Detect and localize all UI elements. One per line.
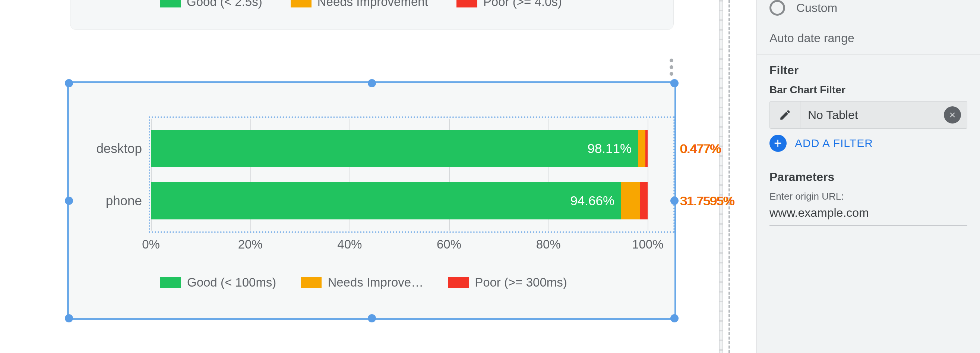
resize-handle-nw[interactable] [65, 79, 73, 87]
legend-label: Good (< 2.5s) [187, 0, 262, 9]
canvas-ruler [719, 0, 723, 353]
upper-chart-card-partial: Good (< 2.5s) Needs Improvement Poor (>=… [70, 0, 674, 30]
selection-frame[interactable] [67, 81, 676, 320]
swatch-good [160, 0, 181, 8]
chart-more-button[interactable] [663, 56, 680, 78]
radio-label: Custom [796, 1, 837, 15]
filter-subheading: Bar Chart Filter [770, 84, 967, 96]
resize-handle-sw[interactable] [65, 314, 73, 323]
resize-handle-ne[interactable] [670, 79, 679, 87]
swatch-need [291, 0, 312, 8]
swatch-poor [457, 0, 477, 8]
remove-filter-button[interactable] [944, 106, 961, 123]
add-filter-label: ADD A FILTER [795, 137, 873, 150]
edit-filter-button[interactable] [770, 102, 800, 128]
legend-item-need: Needs Improvement [291, 0, 428, 9]
param-label: Enter origin URL: [770, 191, 967, 202]
close-icon [948, 111, 956, 119]
filter-chip: No Tablet [770, 101, 967, 129]
auto-date-range-label: Auto date range [770, 31, 854, 45]
resize-handle-w[interactable] [65, 196, 73, 205]
add-filter-button[interactable]: + ADD A FILTER [770, 135, 967, 152]
parameters-heading: Parameters [770, 170, 967, 184]
bar-value-overlap: 0.477% [680, 141, 721, 156]
filter-chip-label[interactable]: No Tablet [800, 108, 944, 122]
legend-label: Needs Improvement [318, 0, 428, 9]
upper-legend: Good (< 2.5s) Needs Improvement Poor (>=… [160, 0, 562, 9]
bar-value-overlap: 31.7595% [680, 194, 734, 208]
resize-handle-n[interactable] [368, 79, 376, 87]
page-boundary [729, 0, 730, 353]
legend-item-poor: Poor (>= 4.0s) [457, 0, 562, 9]
legend-label: Poor (>= 4.0s) [483, 0, 562, 9]
legend-item-good: Good (< 2.5s) [160, 0, 262, 9]
param-value-input[interactable]: www.example.com [770, 206, 967, 226]
resize-handle-s[interactable] [368, 314, 376, 323]
radio-icon[interactable] [770, 0, 785, 16]
properties-panel: Custom Auto date range Filter Bar Chart … [756, 0, 980, 353]
pencil-icon [779, 109, 791, 121]
plus-icon: + [770, 135, 787, 152]
resize-handle-se[interactable] [670, 314, 679, 323]
filter-heading: Filter [770, 64, 967, 77]
resize-handle-e[interactable] [670, 196, 679, 205]
date-range-custom-row[interactable]: Custom [757, 0, 980, 20]
